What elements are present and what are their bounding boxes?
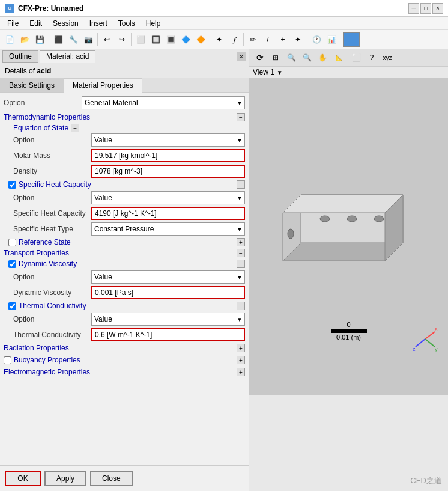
tb-btn6[interactable]: 🔳 xyxy=(163,32,178,47)
minimize-button[interactable]: ─ xyxy=(408,3,419,14)
tc-checkbox[interactable] xyxy=(8,302,16,310)
sub-tab-material[interactable]: Material Properties xyxy=(64,78,142,93)
vt-pan[interactable]: ✋ xyxy=(315,50,330,65)
ok-button[interactable]: OK xyxy=(5,471,41,486)
buoyancy-section: Buoyancy Properties + xyxy=(4,356,245,364)
dv-value-input[interactable] xyxy=(91,286,245,299)
tb-btn16[interactable]: 📊 xyxy=(324,32,339,47)
vt-zoom-in[interactable]: 🔍 xyxy=(284,50,298,65)
tb-btn7[interactable]: 🔷 xyxy=(178,32,193,47)
tc-option-select[interactable]: Value Expression xyxy=(91,313,245,326)
radiation-section: Radiation Properties + xyxy=(4,344,245,352)
tb-btn11[interactable]: ✏ xyxy=(246,32,260,47)
density-row: Density xyxy=(13,165,245,178)
tb-btn14[interactable]: ✦ xyxy=(291,32,305,47)
tb-new[interactable]: 📄 xyxy=(2,32,17,47)
tab-outline[interactable]: Outline xyxy=(2,50,38,63)
tb-btn5[interactable]: 🔲 xyxy=(148,32,163,47)
tb-save[interactable]: 💾 xyxy=(32,32,47,47)
specific-heat-collapse[interactable]: − xyxy=(237,180,245,189)
dv-collapse[interactable]: − xyxy=(237,260,245,268)
thermodynamic-collapse[interactable]: − xyxy=(237,113,245,121)
menu-file[interactable]: File xyxy=(2,18,23,29)
tb-btn10[interactable]: 𝑓 xyxy=(227,32,241,47)
transport-collapse[interactable]: − xyxy=(237,249,245,257)
sh-type-select[interactable]: Constant Pressure Constant Volume xyxy=(91,222,245,236)
electromagnetic-collapse[interactable]: + xyxy=(237,368,245,376)
tb-open[interactable]: 📂 xyxy=(17,32,32,47)
tb-btn2[interactable]: 🔧 xyxy=(66,32,80,47)
sh-option-select[interactable]: Value Expression xyxy=(91,191,245,204)
specific-heat-cb-label: Specific Heat Capacity xyxy=(19,180,91,189)
tb-redo[interactable]: ↪ xyxy=(115,32,129,47)
dv-value-row: Dynamic Viscosity xyxy=(13,286,245,299)
tab-material[interactable]: Material: acid xyxy=(40,50,95,63)
tb-btn17[interactable] xyxy=(343,32,360,47)
vt-view1[interactable]: 📐 xyxy=(331,50,348,65)
tb-undo[interactable]: ↩ xyxy=(100,32,114,47)
tb-btn12[interactable]: / xyxy=(261,32,275,47)
option-label: Option xyxy=(4,99,82,107)
buoyancy-checkbox[interactable] xyxy=(4,356,11,364)
vt-info[interactable]: ? xyxy=(365,50,379,65)
vt-frame[interactable]: ⬜ xyxy=(349,50,363,65)
svg-line-10 xyxy=(425,339,435,347)
tab-close[interactable]: × xyxy=(237,52,246,61)
tc-checkbox-row: Thermal Conductivity − xyxy=(8,302,245,310)
dv-option-select[interactable]: Value Expression xyxy=(91,270,245,284)
menu-edit[interactable]: Edit xyxy=(25,18,47,29)
equation-option-select[interactable]: Value Expression xyxy=(91,133,245,147)
specific-heat-checkbox[interactable] xyxy=(8,181,16,189)
tb-btn9[interactable]: ✦ xyxy=(212,32,226,47)
svg-marker-4 xyxy=(283,195,403,213)
tc-collapse[interactable]: − xyxy=(237,302,245,310)
menu-insert[interactable]: Insert xyxy=(85,18,112,29)
option-select[interactable]: General Material Pure Substance Reacting… xyxy=(82,96,245,109)
radiation-collapse[interactable]: + xyxy=(237,344,245,352)
transport-title: Transport Properties xyxy=(4,249,69,257)
tb-btn3[interactable]: 📷 xyxy=(81,32,95,47)
menu-session[interactable]: Session xyxy=(48,18,83,29)
tc-option-select-wrapper: Value Expression ▼ xyxy=(91,313,245,326)
svg-point-6 xyxy=(347,216,357,222)
close-window-button[interactable]: × xyxy=(432,3,443,14)
equation-collapse[interactable]: − xyxy=(71,124,79,132)
vt-rotate[interactable]: ⟳ xyxy=(253,50,267,65)
dv-option-row: Option Value Expression ▼ xyxy=(13,270,245,284)
dv-option-label: Option xyxy=(13,273,91,281)
tb-btn15[interactable]: 🕐 xyxy=(309,32,324,47)
sh-value-input[interactable] xyxy=(91,207,245,220)
menu-tools[interactable]: Tools xyxy=(114,18,140,29)
vt-zoom-out[interactable]: 🔍 xyxy=(300,50,314,65)
buoyancy-collapse[interactable]: + xyxy=(237,356,245,364)
molar-mass-row: Molar Mass xyxy=(13,149,245,162)
reference-state-checkbox[interactable] xyxy=(8,239,16,246)
vt-axes[interactable]: xyz xyxy=(380,50,395,65)
equation-option-row: Option Value Expression ▼ xyxy=(13,133,245,147)
density-input[interactable] xyxy=(91,165,245,178)
menu-help[interactable]: Help xyxy=(141,18,166,29)
sub-tab-basic[interactable]: Basic Settings xyxy=(0,78,64,92)
reference-state-collapse[interactable]: + xyxy=(237,238,245,246)
molar-mass-input[interactable] xyxy=(91,149,245,162)
dv-checkbox[interactable] xyxy=(8,260,16,268)
buoyancy-title: Buoyancy Properties xyxy=(14,356,80,364)
details-header: Details of acid xyxy=(0,64,249,78)
apply-button[interactable]: Apply xyxy=(44,471,86,486)
watermark: CFD之道 xyxy=(410,475,442,486)
tb-btn13[interactable]: + xyxy=(276,32,290,47)
close-button[interactable]: Close xyxy=(90,471,133,486)
tb-btn1[interactable]: ⬛ xyxy=(51,32,65,47)
dv-cb-label: Dynamic Viscosity xyxy=(19,260,77,268)
maximize-button[interactable]: □ xyxy=(420,3,431,14)
menu-bar: File Edit Session Insert Tools Help xyxy=(0,17,448,30)
window-controls[interactable]: ─ □ × xyxy=(408,3,443,14)
svg-text:x: x xyxy=(435,326,438,332)
tb-btn8[interactable]: 🔶 xyxy=(193,32,208,47)
tc-option-row: Option Value Expression ▼ xyxy=(13,313,245,326)
tc-value-input[interactable] xyxy=(91,328,245,341)
view-dropdown-arrow[interactable]: ▼ xyxy=(277,69,283,76)
right-panel: ⟳ ⊞ 🔍 🔍 ✋ 📐 ⬜ ? xyz View 1 ▼ xyxy=(249,49,448,491)
tb-btn4[interactable]: ⬜ xyxy=(133,32,148,47)
vt-zoom-fit[interactable]: ⊞ xyxy=(268,50,283,65)
